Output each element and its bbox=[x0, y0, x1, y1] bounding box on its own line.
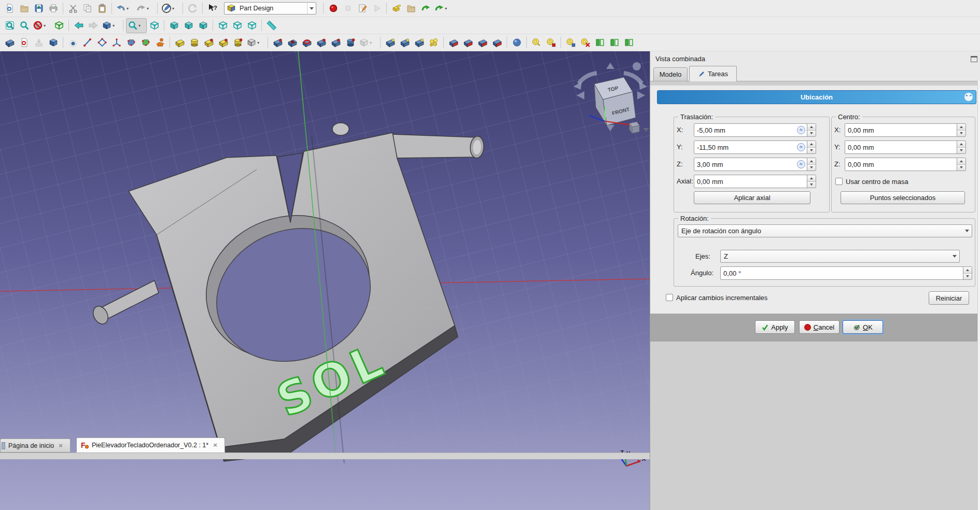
collapse-task-icon[interactable]: ⌃⌃ bbox=[964, 93, 973, 101]
center-field-0-input[interactable]: 0,00 mm bbox=[845, 123, 966, 137]
hole-icon[interactable] bbox=[285, 36, 299, 50]
view-top-icon[interactable] bbox=[181, 19, 195, 33]
subtractive-loft-icon[interactable] bbox=[314, 36, 328, 50]
center-field-2-spinner[interactable] bbox=[957, 158, 965, 171]
ok-button[interactable]: OK bbox=[843, 320, 883, 334]
angle-spinbox[interactable]: 0,00 ° bbox=[720, 266, 972, 280]
measure-refresh-icon[interactable] bbox=[564, 36, 578, 50]
translation-field-2-input[interactable]: 3,00 mmfx bbox=[694, 158, 816, 171]
shape-binder-icon[interactable] bbox=[124, 36, 138, 50]
subtractive-pipe-icon[interactable] bbox=[329, 36, 343, 50]
workbench-selector[interactable]: Part Design bbox=[224, 2, 316, 15]
view-back-icon[interactable] bbox=[72, 19, 86, 33]
view-home-dropdown-icon[interactable]: ▾ bbox=[113, 23, 115, 28]
center-field-1-spinner[interactable] bbox=[957, 141, 965, 153]
open-document-icon[interactable] bbox=[17, 2, 31, 16]
view-left-icon[interactable] bbox=[245, 19, 259, 33]
close-tab-icon[interactable]: × bbox=[213, 442, 217, 448]
selection-bounding-box-icon[interactable] bbox=[52, 19, 66, 33]
new-document-icon[interactable] bbox=[3, 2, 17, 16]
view-front-icon[interactable] bbox=[167, 19, 181, 33]
reset-button[interactable]: Reiniciar bbox=[929, 291, 969, 305]
datum-plane-icon[interactable] bbox=[95, 36, 109, 50]
undo-dropdown-icon[interactable]: ▾ bbox=[127, 6, 129, 11]
create-group-icon[interactable] bbox=[404, 2, 418, 16]
additive-loft-icon[interactable] bbox=[202, 36, 216, 50]
pad-icon[interactable] bbox=[173, 36, 187, 50]
zoom-tool-icon[interactable]: ▾ bbox=[126, 18, 147, 33]
draw-style-dropdown-icon[interactable]: ▾ bbox=[44, 23, 46, 28]
zoom-tool-dropdown-icon[interactable]: ▾ bbox=[138, 23, 141, 28]
translation-field-3-input[interactable]: 0,00 mm bbox=[694, 175, 816, 188]
close-tab-icon[interactable]: × bbox=[59, 442, 63, 449]
expression-icon[interactable]: fx bbox=[797, 143, 805, 151]
datum-point-icon[interactable] bbox=[66, 36, 80, 50]
redo-dropdown-icon[interactable]: ▾ bbox=[147, 6, 149, 11]
view-axonometric-icon[interactable] bbox=[147, 19, 161, 33]
macro-play-icon[interactable] bbox=[370, 2, 384, 16]
link-actions-icon[interactable]: ▾ bbox=[160, 2, 180, 16]
chevron-down-icon[interactable] bbox=[307, 3, 316, 14]
center-field-0-spinner[interactable] bbox=[957, 124, 965, 136]
cut-icon[interactable] bbox=[66, 2, 80, 16]
make-sub-link-dropdown-icon[interactable]: ▾ bbox=[445, 6, 447, 11]
revolution-icon[interactable] bbox=[187, 36, 201, 50]
create-body-icon[interactable] bbox=[3, 36, 17, 50]
draft-icon[interactable] bbox=[475, 36, 489, 50]
link-actions-dropdown-icon[interactable]: ▾ bbox=[172, 6, 174, 11]
mdi-tab-start-page[interactable]: Página de inicio × bbox=[0, 438, 71, 452]
panel-scrollbar[interactable] bbox=[977, 81, 980, 510]
fit-all-icon[interactable] bbox=[3, 19, 17, 33]
fillet-icon[interactable] bbox=[446, 36, 460, 50]
pocket-icon[interactable] bbox=[271, 36, 285, 50]
sub-shape-binder-icon[interactable] bbox=[138, 36, 152, 50]
measure-toggle-delta-icon[interactable] bbox=[622, 36, 636, 50]
placement-task-header[interactable]: Ubicación ⌃⌃ bbox=[657, 90, 976, 104]
thickness-icon[interactable] bbox=[490, 36, 504, 50]
macro-record-icon[interactable] bbox=[326, 2, 340, 16]
additive-primitive-dropdown-icon[interactable]: ▾ bbox=[257, 40, 259, 45]
apply-axial-button[interactable]: Aplicar axial bbox=[694, 191, 810, 204]
view-sketch-icon[interactable] bbox=[46, 36, 60, 50]
incremental-checkbox[interactable] bbox=[666, 294, 673, 301]
macro-edit-icon[interactable] bbox=[355, 2, 369, 16]
float-panel-icon[interactable] bbox=[971, 56, 977, 62]
cancel-button[interactable]: Cancel bbox=[799, 320, 839, 334]
datum-line-icon[interactable] bbox=[80, 36, 94, 50]
create-sketch-icon[interactable] bbox=[17, 36, 31, 50]
center-field-1-input[interactable]: 0,00 mm bbox=[845, 140, 966, 154]
paste-icon[interactable] bbox=[95, 2, 109, 16]
measure-distance-icon[interactable] bbox=[264, 19, 278, 33]
print-icon[interactable] bbox=[46, 2, 60, 16]
measure-angular-icon[interactable] bbox=[544, 36, 558, 50]
groove-icon[interactable] bbox=[300, 36, 314, 50]
translation-field-3-spinner[interactable] bbox=[807, 175, 816, 188]
measure-toggle-all-icon[interactable] bbox=[593, 36, 607, 50]
apply-button[interactable]: Apply bbox=[755, 320, 795, 334]
draw-style-icon[interactable]: ▾ bbox=[32, 19, 51, 33]
translation-field-0-input[interactable]: -5,00 mmfx bbox=[694, 123, 816, 137]
view-rear-icon[interactable] bbox=[216, 19, 230, 33]
measure-clear-all-icon[interactable] bbox=[578, 36, 592, 50]
boolean-operation-icon[interactable] bbox=[510, 36, 524, 50]
linear-pattern-icon[interactable] bbox=[398, 36, 412, 50]
leave-sketch-icon[interactable] bbox=[32, 36, 46, 50]
measure-linear-icon[interactable] bbox=[529, 36, 543, 50]
translation-field-0-spinner[interactable] bbox=[807, 124, 816, 136]
whats-this-icon[interactable]: ? bbox=[205, 2, 219, 16]
multi-transform-icon[interactable] bbox=[427, 36, 441, 50]
refresh-icon[interactable] bbox=[186, 2, 200, 16]
tab-tareas[interactable]: Tareas bbox=[689, 66, 737, 81]
use-center-of-mass-checkbox[interactable] bbox=[835, 178, 843, 185]
tab-modelo[interactable]: Modelo bbox=[653, 67, 688, 81]
translation-field-1-spinner[interactable] bbox=[807, 141, 816, 153]
view-forward-icon[interactable] bbox=[86, 19, 100, 33]
subtractive-helix-icon[interactable] bbox=[343, 36, 357, 50]
clone-icon[interactable] bbox=[153, 36, 167, 50]
view-right-icon[interactable] bbox=[196, 19, 210, 33]
fit-selection-icon[interactable] bbox=[17, 19, 31, 33]
undo-icon[interactable]: ▾ bbox=[115, 2, 134, 16]
measure-toggle-3d-icon[interactable] bbox=[607, 36, 621, 50]
additive-helix-icon[interactable] bbox=[231, 36, 245, 50]
polar-pattern-icon[interactable] bbox=[412, 36, 426, 50]
